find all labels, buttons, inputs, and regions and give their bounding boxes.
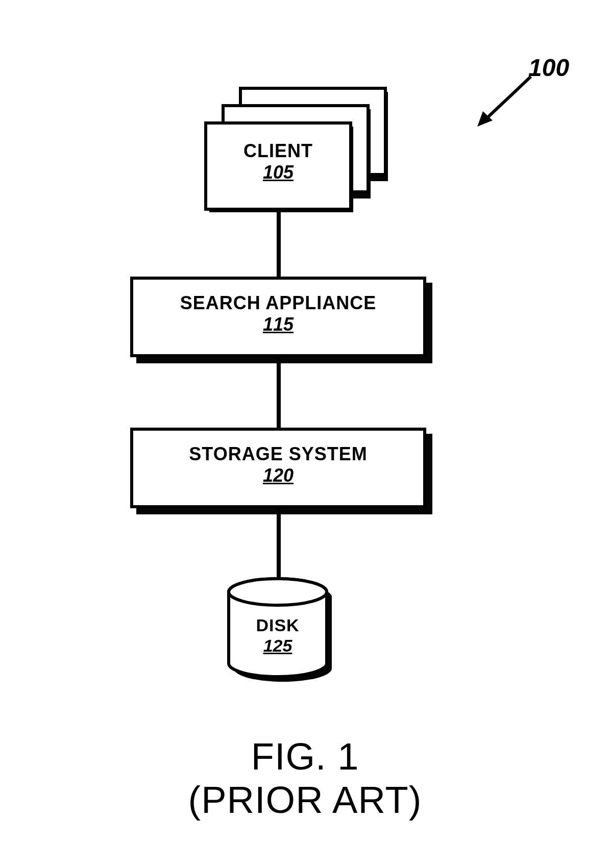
figure-caption-line1: FIG. 1: [0, 735, 610, 778]
search-appliance-block: SEARCH APPLIANCE 115: [130, 277, 436, 368]
storage-system-number: 120: [130, 466, 426, 485]
svg-line-0: [485, 77, 531, 120]
client-block: CLIENT 105: [204, 87, 388, 209]
svg-point-3: [229, 579, 327, 605]
search-appliance-number: 115: [130, 315, 426, 334]
disk-number: 125: [227, 637, 329, 654]
disk-title: DISK: [227, 616, 329, 634]
client-number: 105: [204, 163, 352, 182]
search-appliance-title: SEARCH APPLIANCE: [130, 294, 426, 312]
figure-caption-line2: (PRIOR ART): [0, 778, 610, 822]
connector-search-storage: [277, 357, 281, 428]
figure-caption: FIG. 1 (PRIOR ART): [0, 735, 610, 822]
figure-reference-arrow: [475, 71, 536, 128]
storage-system-block: STORAGE SYSTEM 120: [130, 428, 436, 519]
client-title: CLIENT: [204, 142, 352, 160]
disk-block: DISK 125: [225, 577, 342, 694]
connector-client-search: [277, 211, 281, 277]
connector-storage-disk: [277, 508, 281, 580]
storage-system-title: STORAGE SYSTEM: [130, 445, 426, 463]
diagram-canvas: 100 CLIENT 105 SEARCH APPLIANCE 115: [0, 0, 610, 868]
